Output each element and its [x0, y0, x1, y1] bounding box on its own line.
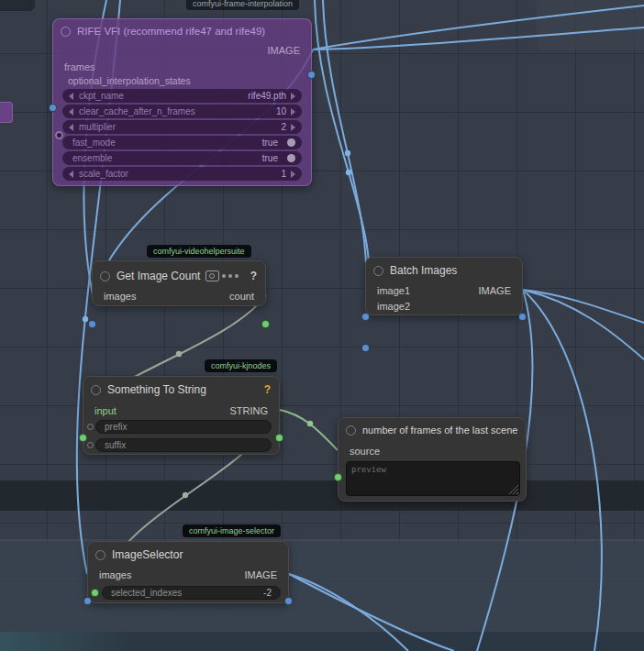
widget-value: true [262, 153, 278, 163]
slot-row: source [339, 444, 526, 458]
input-slot-selected-indexes[interactable] [91, 589, 99, 597]
widget-label: prefix [105, 422, 127, 432]
input-row-optional-states: optional_interpolation_states [53, 73, 311, 88]
output-label: count [229, 291, 254, 302]
vhs-title-icons[interactable] [205, 270, 239, 281]
node-title: Batch Images [390, 264, 457, 277]
node-title: ImageSelector [112, 548, 183, 561]
input-slot-images[interactable] [88, 320, 96, 328]
output-slot-string[interactable] [275, 434, 283, 442]
arrow-right-icon[interactable] [291, 171, 295, 178]
collapse-toggle[interactable] [61, 27, 71, 37]
offscreen-node-fragment [0, 0, 35, 11]
widget-multiplier[interactable]: multiplier 2 [62, 120, 302, 134]
badge-image-selector: comfyui-image-selector [183, 524, 281, 537]
link-string-to-source [280, 410, 338, 450]
collapse-toggle[interactable] [100, 271, 110, 281]
widget-label: ensemble [72, 153, 112, 163]
arrow-right-icon[interactable] [291, 124, 295, 131]
link-to-batch-image2 [315, 0, 370, 305]
offscreen-purple-node-fragment[interactable] [0, 102, 13, 123]
toggle-icon[interactable] [287, 138, 295, 147]
widget-value: true [262, 138, 278, 148]
dot-icon [228, 274, 232, 278]
widget-fast-mode[interactable]: fast_mode true [62, 136, 302, 149]
arrow-left-icon[interactable] [69, 171, 73, 178]
arrow-left-icon[interactable] [69, 124, 73, 131]
input-slot-optional-states[interactable] [55, 131, 63, 139]
input-slot-input[interactable] [79, 434, 87, 442]
widget-label: ckpt_name [79, 91, 124, 101]
node-something-to-string[interactable]: Something To String ? input STRING prefi… [83, 376, 280, 455]
collapse-toggle[interactable] [373, 266, 383, 276]
output-label: IMAGE [479, 285, 511, 296]
input-label: images [99, 569, 131, 580]
node-rife-vfi[interactable]: RIFE VFI (recommend rife47 and rife49) I… [52, 18, 312, 186]
canvas-band-dark [0, 480, 644, 511]
dot-icon [235, 274, 239, 278]
input-slot-image1[interactable] [361, 313, 370, 321]
arrow-right-icon[interactable] [291, 93, 295, 100]
output-label: STRING [229, 405, 268, 416]
widget-clear-cache[interactable]: clear_cache_after_n_frames 10 [62, 105, 302, 118]
widget-label: selected_indexes [111, 588, 182, 598]
badge-frame-interpolation: comfyui-frame-interpolation [186, 0, 299, 10]
widget-value: 10 [276, 106, 286, 116]
input-slot-source[interactable] [334, 473, 342, 481]
widget-prefix[interactable]: prefix [95, 420, 272, 434]
widget-label: suffix [105, 440, 126, 450]
toggle-icon[interactable] [287, 154, 295, 162]
node-frames-note[interactable]: number of frames of the last scene sourc… [338, 417, 527, 502]
badge-kjnodes: comfyui-kjnodes [205, 359, 277, 372]
node-title: number of frames of the last scene [362, 425, 517, 436]
widget-scale-factor[interactable]: scale_factor 1 [62, 167, 302, 181]
widget-input-dot[interactable] [87, 442, 94, 448]
input-slot-images[interactable] [83, 597, 92, 605]
canvas-band-bottom [0, 632, 644, 651]
slot-row: images count [93, 289, 265, 303]
output-slot-image[interactable] [518, 313, 527, 321]
node-get-image-count[interactable]: Get Image Count ? images count [92, 260, 266, 306]
arrow-left-icon[interactable] [69, 93, 73, 100]
slot-row: image2 [366, 299, 522, 314]
input-slot-frames[interactable] [49, 104, 57, 112]
collapse-toggle[interactable] [95, 550, 105, 560]
widget-input-dot[interactable] [87, 424, 94, 430]
output-slot-count[interactable] [261, 320, 270, 328]
preview-textarea[interactable] [346, 461, 520, 496]
widget-suffix[interactable]: suffix [95, 438, 272, 452]
input-label: image2 [377, 301, 410, 312]
link-batch-out-1 [523, 290, 644, 323]
input-label: source [350, 446, 380, 457]
input-row-frames: frames [53, 60, 311, 74]
node-title: Something To String [107, 383, 206, 396]
widget-value: -2 [263, 588, 272, 598]
comfyui-graph-canvas[interactable]: RIFE VFI (recommend rife47 and rife49) I… [0, 0, 644, 651]
help-icon[interactable]: ? [264, 383, 271, 396]
help-icon[interactable]: ? [250, 270, 257, 282]
node-title: RIFE VFI (recommend rife47 and rife49) [77, 26, 265, 37]
collapse-toggle[interactable] [346, 425, 356, 436]
link-batch-out-2 [523, 290, 644, 359]
widget-ensemble[interactable]: ensemble true [62, 151, 302, 165]
arrow-right-icon[interactable] [291, 108, 295, 116]
widget-label: clear_cache_after_n_frames [79, 106, 195, 116]
slot-row: images IMAGE [88, 568, 288, 582]
output-label: IMAGE [268, 45, 300, 56]
widget-label: multiplier [79, 122, 116, 132]
output-row-image: IMAGE [53, 43, 311, 58]
badge-videohelpersuite: comfyui-videohelpersuite [147, 245, 251, 258]
widget-ckpt-name[interactable]: ckpt_name rife49.pth [62, 89, 302, 103]
input-slot-image2[interactable] [361, 344, 370, 352]
widget-selected-indexes[interactable]: selected_indexes -2 [102, 586, 281, 600]
link-to-batch-image1 [323, 0, 366, 290]
node-title: Get Image Count [117, 270, 200, 282]
widget-label: scale_factor [79, 169, 128, 179]
collapse-toggle[interactable] [91, 385, 101, 395]
output-slot-image[interactable] [284, 597, 293, 605]
input-label: optional_interpolation_states [68, 75, 191, 86]
node-image-selector[interactable]: ImageSelector images IMAGE selected_inde… [87, 541, 289, 603]
input-label: image1 [377, 285, 410, 296]
node-batch-images[interactable]: Batch Images image1 IMAGE image2 [365, 257, 523, 315]
arrow-left-icon[interactable] [69, 108, 73, 116]
